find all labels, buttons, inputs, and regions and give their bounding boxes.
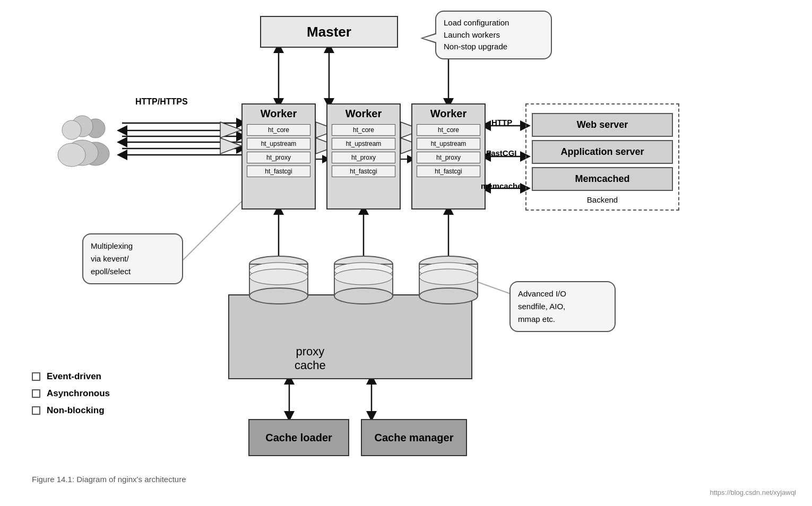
http-conn-label: HTTP xyxy=(491,118,512,127)
advancedio-bubble: Advanced I/O sendfile, AIO, mmap etc. xyxy=(509,281,616,332)
worker1-module-2: ht_proxy xyxy=(247,152,310,163)
cylinder1 xyxy=(244,255,313,308)
svg-point-45 xyxy=(334,269,393,285)
fastcgi-conn-label: FastCGI xyxy=(486,149,517,158)
svg-point-34 xyxy=(62,120,81,139)
multiplex-line1: Multiplexing xyxy=(91,241,133,250)
http-https-label: HTTP/HTTPS xyxy=(135,97,188,107)
legend-item-async: Asynchronous xyxy=(32,388,110,399)
master-label: Master xyxy=(307,24,351,40)
svg-marker-25 xyxy=(220,138,241,154)
multiplex-line3: epoll/select xyxy=(91,267,131,276)
cylinder2 xyxy=(329,255,398,308)
worker2-title: Worker xyxy=(345,108,382,120)
master-bubble-line2: Launch workers xyxy=(444,30,500,39)
svg-point-35 xyxy=(58,143,85,167)
legend-square-1 xyxy=(32,389,40,398)
proxy-cache-label: proxycache xyxy=(295,345,326,372)
legend-item-nonblocking: Non-blocking xyxy=(32,405,110,416)
svg-point-43 xyxy=(334,288,393,304)
worker1-module-1: ht_upstream xyxy=(247,138,310,150)
users-icon xyxy=(53,106,117,170)
legend-label-1: Asynchronous xyxy=(47,388,110,399)
cylinder3 xyxy=(414,255,483,308)
backend-label: Backend xyxy=(532,195,673,204)
master-bubble-line3: Non-stop upgrade xyxy=(444,42,507,51)
legend-label-0: Event-driven xyxy=(47,371,101,382)
advancedio-line1: Advanced I/O xyxy=(518,289,566,298)
app-server-box: Application server xyxy=(532,140,673,164)
svg-point-50 xyxy=(419,269,478,285)
cache-loader-box: Cache loader xyxy=(248,419,349,456)
worker3-title: Worker xyxy=(430,108,467,120)
web-server-box: Web server xyxy=(532,113,673,137)
figure-caption: Figure 14.1: Diagram of nginx's architec… xyxy=(32,475,186,484)
worker2-box: Worker ht_core ht_upstream ht_proxy ht_f… xyxy=(326,103,401,210)
memcached-box: Memcached xyxy=(532,167,673,191)
svg-line-22 xyxy=(183,202,241,260)
legend: Event-driven Asynchronous Non-blocking xyxy=(32,371,110,422)
legend-square-0 xyxy=(32,372,40,381)
multiplex-bubble: Multiplexing via kevent/ epoll/select xyxy=(82,233,183,284)
legend-label-2: Non-blocking xyxy=(47,405,105,416)
worker1-title: Worker xyxy=(261,108,297,120)
legend-item-event: Event-driven xyxy=(32,371,110,382)
legend-square-2 xyxy=(32,406,40,415)
worker2-module-1: ht_upstream xyxy=(332,138,395,150)
master-bubble-line1: Load configuration xyxy=(444,18,509,27)
svg-marker-24 xyxy=(220,122,241,138)
svg-point-40 xyxy=(249,269,308,285)
worker3-module-3: ht_fastcgi xyxy=(417,165,480,177)
multiplex-line2: via kevent/ xyxy=(91,254,129,263)
worker2-module-2: ht_proxy xyxy=(332,152,395,163)
worker1-box: Worker ht_core ht_upstream ht_proxy ht_f… xyxy=(241,103,316,210)
master-box: Master xyxy=(260,16,398,48)
svg-point-48 xyxy=(419,288,478,304)
url-watermark: https://blog.csdn.net/xyjawql xyxy=(710,488,796,496)
diagram-container: Master Load configuration Launch workers… xyxy=(0,0,812,506)
backend-container: Web server Application server Memcached … xyxy=(525,103,679,211)
worker3-module-1: ht_upstream xyxy=(417,138,480,150)
cache-loader-label: Cache loader xyxy=(265,432,332,444)
worker3-box: Worker ht_core ht_upstream ht_proxy ht_f… xyxy=(411,103,486,210)
cache-manager-label: Cache manager xyxy=(375,432,454,444)
worker3-module-0: ht_core xyxy=(417,124,480,136)
worker2-module-3: ht_fastcgi xyxy=(332,165,395,177)
master-bubble: Load configuration Launch workers Non-st… xyxy=(435,11,552,59)
worker3-module-2: ht_proxy xyxy=(417,152,480,163)
worker1-module-3: ht_fastcgi xyxy=(247,165,310,177)
memcache-conn-label: memcache xyxy=(481,181,522,190)
worker1-module-0: ht_core xyxy=(247,124,310,136)
worker2-module-0: ht_core xyxy=(332,124,395,136)
advancedio-line3: mmap etc. xyxy=(518,315,555,324)
cache-manager-box: Cache manager xyxy=(361,419,467,456)
advancedio-line2: sendfile, AIO, xyxy=(518,302,565,311)
svg-point-38 xyxy=(249,288,308,304)
